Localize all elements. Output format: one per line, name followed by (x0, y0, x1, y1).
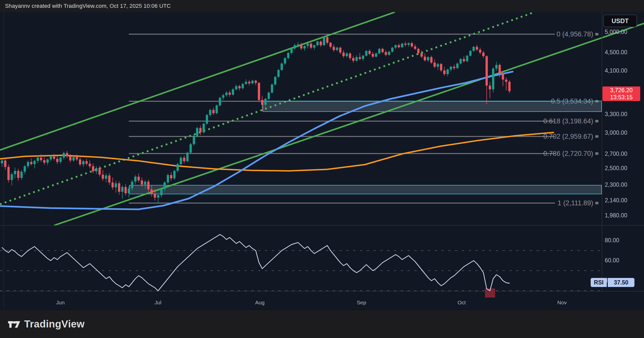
tradingview-logo-icon (8, 319, 21, 330)
rsi-tick: 40.00 (605, 277, 619, 284)
price-tick: 4,100.00 (605, 67, 627, 74)
time-tick: Aug (255, 300, 264, 306)
time-tick: Jul (155, 300, 162, 306)
chart-canvas[interactable]: 0 (4,956.78)0.5 (3,534.34)0.618 (3,198.6… (0, 12, 644, 310)
rsi-tick: 60.00 (605, 257, 619, 264)
price-tick: 2,140.00 (605, 197, 627, 204)
time-tick: Sep (357, 300, 366, 306)
fib-label: 0.702 (2,959.67) (543, 133, 593, 140)
price-tick: 3,000.00 (605, 129, 627, 136)
price-tick: 2,700.00 (605, 151, 627, 157)
price-tick: 4,500.00 (605, 49, 627, 56)
attribution-bar: Shayannv created with TradingView.com, O… (0, 0, 644, 12)
price-tick: 5,000.00 (605, 29, 627, 35)
time-tick: Oct (458, 300, 466, 306)
price-tick: 2,500.00 (605, 165, 627, 172)
footer-bar: TradingView (0, 310, 644, 338)
rsi-tick: 80.00 (605, 237, 619, 244)
fib-label: 0 (4,956.78) (556, 30, 593, 38)
price-tick: 2,300.00 (605, 181, 627, 188)
fib-label: 1 (2,111.89) (557, 199, 593, 207)
tradingview-screenshot: Shayannv created with TradingView.com, O… (0, 0, 644, 338)
fib-label: 0.618 (3,198.64) (543, 117, 593, 125)
price-tick: 3,300.00 (605, 111, 627, 118)
brand-wordmark: TradingView (24, 318, 85, 330)
time-tick: Jun (56, 300, 65, 306)
time-tick: Nov (557, 300, 567, 306)
attribution-text: Shayannv created with TradingView.com, O… (5, 3, 171, 9)
fib-label: 0.786 (2,720.70) (543, 150, 593, 157)
price-tick: 1,980.00 (605, 212, 627, 219)
price-chart[interactable]: 0 (4,956.78)0.5 (3,534.34)0.618 (3,198.6… (0, 12, 644, 310)
symbol-badge[interactable]: USDT (603, 15, 637, 27)
